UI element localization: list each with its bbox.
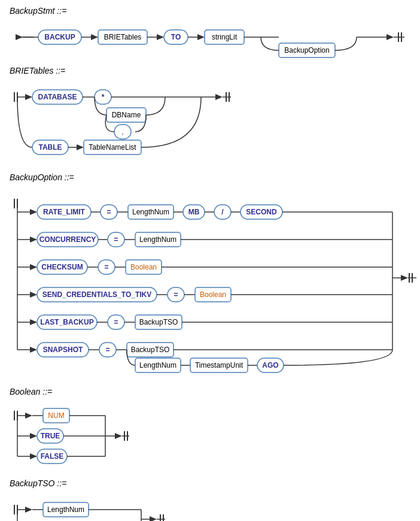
backupstmt-diagram: BACKUP BRIETables TO stringLit Bac [10, 22, 410, 53]
svg-text:stringLit: stringLit [212, 33, 238, 41]
svg-text:DBName: DBName [112, 111, 141, 119]
svg-text:CHECKSUM: CHECKSUM [41, 263, 83, 271]
svg-marker-22 [386, 34, 394, 40]
svg-marker-165 [115, 433, 122, 439]
svg-text:=: = [114, 318, 118, 326]
svg-text:BackupTSO: BackupTSO [139, 318, 178, 326]
svg-marker-44 [77, 144, 84, 150]
svg-text:=: = [105, 346, 109, 354]
boolean-diagram: NUM TRUE FALSE [10, 402, 410, 465]
svg-text:*: * [102, 93, 105, 101]
svg-marker-1 [16, 34, 23, 40]
svg-text:SEND_CREDENTIALS_TO_TIKV: SEND_CREDENTIALS_TO_TIKV [42, 290, 151, 299]
svg-marker-56 [30, 209, 37, 215]
svg-marker-154 [30, 433, 37, 439]
svg-text:TO: TO [171, 33, 181, 41]
brietables-title: BRIETables ::= [10, 66, 410, 75]
svg-marker-48 [215, 94, 223, 100]
svg-text:LengthNum: LengthNum [132, 208, 169, 216]
backupoption-title: BackupOption ::= [10, 172, 410, 182]
backuptso-diagram: LengthNum stringLit [10, 494, 410, 521]
svg-text:DATABASE: DATABASE [38, 93, 77, 101]
svg-text:=: = [174, 290, 178, 299]
svg-text:BackupTSO: BackupTSO [131, 346, 170, 354]
svg-text:BackupOption: BackupOption [284, 46, 329, 54]
boolean-title: Boolean ::= [10, 387, 410, 396]
svg-marker-87 [30, 264, 37, 270]
svg-text:FALSE: FALSE [41, 452, 64, 461]
svg-marker-6 [91, 34, 98, 40]
brietables-section: BRIETables ::= DATABASE * DBName [10, 66, 410, 159]
svg-text:LengthNum: LengthNum [139, 361, 176, 369]
svg-text:NUM: NUM [48, 411, 64, 420]
svg-text:TRUE: TRUE [41, 432, 60, 440]
svg-text:,: , [121, 128, 123, 136]
svg-text:LengthNum: LengthNum [139, 235, 176, 244]
backupoption-section: BackupOption ::= RATE_LIMIT = LengthNum … [10, 172, 410, 374]
svg-marker-159 [30, 453, 37, 459]
svg-marker-147 [25, 413, 32, 419]
svg-text:=: = [104, 263, 108, 271]
svg-marker-172 [25, 507, 32, 513]
svg-text:LAST_BACKUP: LAST_BACKUP [40, 318, 93, 326]
svg-marker-76 [30, 237, 37, 243]
svg-marker-29 [25, 94, 32, 100]
svg-text:=: = [106, 208, 111, 216]
backuptso-section: BackupTSO ::= LengthNum stringLit [10, 478, 410, 521]
svg-marker-98 [30, 292, 37, 298]
svg-text:CONCURRENCY: CONCURRENCY [39, 235, 96, 244]
svg-text:TableNameList: TableNameList [89, 143, 136, 152]
svg-text:SNAPSHOT: SNAPSHOT [43, 346, 83, 354]
svg-marker-109 [30, 319, 37, 325]
svg-text:Boolean: Boolean [130, 263, 157, 271]
svg-text:=: = [114, 235, 118, 244]
backupstmt-title: BackupStmt ::= [10, 6, 410, 16]
backupstmt-section: BackupStmt ::= BACKUP BRIETables TO [10, 6, 410, 53]
svg-marker-120 [30, 347, 37, 353]
svg-marker-10 [157, 34, 164, 40]
svg-marker-14 [197, 34, 205, 40]
svg-text:BRIETables: BRIETables [104, 33, 142, 41]
svg-text:TimestampUnit: TimestampUnit [195, 361, 244, 369]
svg-text:LengthNum: LengthNum [47, 505, 84, 514]
svg-text:AGO: AGO [262, 361, 278, 369]
svg-text:Boolean: Boolean [200, 290, 226, 299]
backuptso-title: BackupTSO ::= [10, 478, 410, 488]
brietables-diagram: DATABASE * DBName , TABLE [10, 81, 410, 159]
svg-text:MB: MB [188, 208, 200, 216]
svg-text:SECOND: SECOND [246, 208, 277, 216]
svg-marker-185 [150, 516, 157, 521]
boolean-section: Boolean ::= NUM TRUE FALSE [10, 387, 410, 465]
svg-text:TABLE: TABLE [38, 143, 62, 152]
backupoption-diagram: RATE_LIMIT = LengthNum MB / SECOND CONCU… [10, 188, 410, 374]
svg-text:RATE_LIMIT: RATE_LIMIT [43, 208, 85, 216]
svg-text:BACKUP: BACKUP [44, 33, 75, 41]
svg-marker-140 [401, 275, 408, 281]
